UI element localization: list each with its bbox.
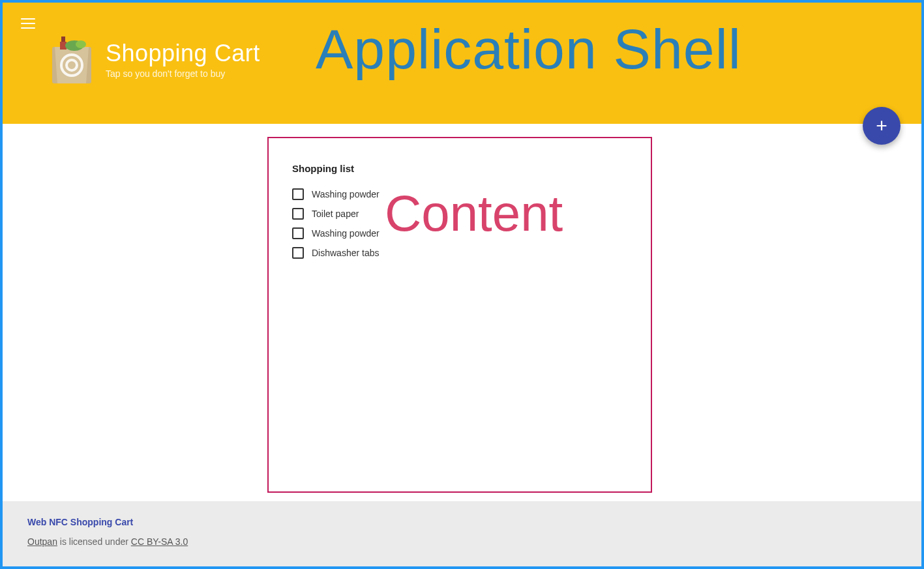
list-item: Toilet paper bbox=[292, 208, 627, 220]
app-title: Shopping Cart bbox=[106, 40, 260, 67]
checkbox-icon[interactable] bbox=[292, 227, 304, 239]
list-item: Washing powder bbox=[292, 227, 627, 239]
brand-text: Shopping Cart Tap so you don't forget to… bbox=[106, 40, 260, 79]
list-item-label: Washing powder bbox=[312, 228, 380, 239]
svg-point-6 bbox=[76, 40, 86, 48]
list-item: Dishwasher tabs bbox=[292, 247, 627, 259]
shopping-bag-icon bbox=[48, 33, 95, 86]
footer-link-license[interactable]: CC BY-SA 3.0 bbox=[131, 536, 188, 547]
checkbox-icon[interactable] bbox=[292, 247, 304, 259]
checkbox-icon[interactable] bbox=[292, 188, 304, 200]
app-header: Shopping Cart Tap so you don't forget to… bbox=[3, 3, 921, 124]
app-subtitle: Tap so you don't forget to buy bbox=[106, 68, 260, 79]
content-card: Shopping list Washing powder Toilet pape… bbox=[267, 137, 652, 493]
add-button[interactable]: + bbox=[863, 107, 901, 145]
shopping-list: Washing powder Toilet paper Washing powd… bbox=[292, 188, 627, 259]
footer-license-line: Outpan is licensed under CC BY-SA 3.0 bbox=[27, 536, 897, 547]
plus-icon: + bbox=[876, 115, 887, 137]
list-item-label: Washing powder bbox=[312, 189, 380, 199]
list-item-label: Dishwasher tabs bbox=[312, 248, 380, 258]
menu-icon[interactable] bbox=[21, 18, 35, 29]
footer-mid-text: is licensed under bbox=[57, 536, 131, 547]
footer-link-outpan[interactable]: Outpan bbox=[27, 536, 57, 547]
brand-block: Shopping Cart Tap so you don't forget to… bbox=[48, 33, 260, 86]
list-title: Shopping list bbox=[292, 163, 627, 174]
list-item-label: Toilet paper bbox=[312, 209, 359, 219]
checkbox-icon[interactable] bbox=[292, 208, 304, 220]
footer-title: Web NFC Shopping Cart bbox=[27, 517, 897, 527]
footer: Web NFC Shopping Cart Outpan is licensed… bbox=[3, 501, 921, 566]
list-item: Washing powder bbox=[292, 188, 627, 200]
overlay-label-shell: Application Shell bbox=[316, 17, 741, 81]
